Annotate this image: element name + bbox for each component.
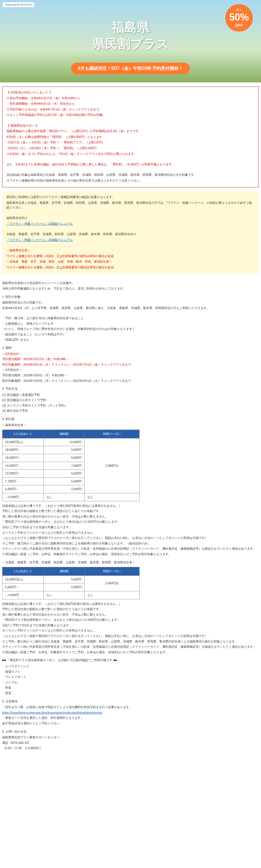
notice-heading2: 【 福島県在住の方へ 】 <box>7 123 254 128</box>
th-subsidy: 補助額 <box>44 430 85 438</box>
notice-heading1: 【 6月延長が決定いたしました 】 <box>7 90 254 95</box>
notice-line: ○5月27日（金）～6月3日（金）予約 ⇒ 「県民割プラス」（上限1万円） <box>7 140 254 145</box>
vaccine-target1: 福島県在住向け <box>6 216 255 221</box>
note: ※宿泊施設へ直接（ご予約・お申込、対象旅行サイトでご予約・お申込の場合、現地支払… <box>2 552 259 557</box>
s1-line: （ただし、団体グループ内に県外在住の方がいる場合、対象県内在住の方のみが対象とな… <box>2 327 259 332</box>
cell: ～4,999円 <box>2 493 44 501</box>
vaccine-req-h2: ＜北海道、青森、岩手、宮城、秋田、山形、茨城、栃木、群馬、新潟在住者＞ <box>6 259 255 264</box>
cell: なし <box>44 591 85 599</box>
th-subsidy: 補助額 <box>44 567 85 576</box>
s2-line: 予約受付期間：2022年5月27日（金）午前10時～ <box>2 357 259 362</box>
coupon-cell: 2,000円分 <box>85 438 140 493</box>
banner-title: 福島県 県民割プラス <box>0 19 261 52</box>
note: オンライン予約サイトのクーポンなどの割引との併用はできません。 <box>2 530 259 535</box>
vaccine-req-2: ワクチン接種が分かる書類（3回目）又は抗原検査等の陰性証明等の掲示が必須 <box>6 265 255 270</box>
cell: 10,000円 <box>44 438 85 446</box>
intro: 当館も割引対象施設となりますため、下記をご覧の上、是非ご利用をお待ちしております… <box>2 286 259 291</box>
notice-line: 6月4日（土）以降は他県同様の「県民割」（上限5,000円）となります。 <box>7 134 254 140</box>
notice-box: 【 6月延長が決定いたしました 】 ※宿泊予約開始：令和4年5月27日（金）午前… <box>2 87 259 187</box>
intro: 福島県在住者向けの宿泊割引キャンペーンを実施中。 <box>2 281 259 286</box>
vaccine-box: 県民割ご利用時には新型コロナワクチン接種証明書等の確認が必要となります。 福島県… <box>2 191 259 274</box>
section-2-heading: 2. 期間 <box>2 346 259 350</box>
vaccine-manual-link-other[interactable]: 「ワクチン・検査パッケージ」詳細版マニュアル <box>6 238 73 242</box>
note: 1回のご予約で3泊分までが支援の対象となります。 <box>2 525 259 530</box>
notice-line: ※ワクチン接種証明の内容が福島県在住者とその他の県在住者では異なりますのでご注意… <box>7 178 254 183</box>
s1-line: ・予約・購入時、また旅行当日に対象県内在住者であること <box>2 316 259 321</box>
subsidy-table-fukushima: 1人1泊あたり 補助額 特典クーポン 20,000円以上10,000円2,000… <box>2 430 140 501</box>
cell: 5,000円～ <box>2 583 44 591</box>
notice-line: 割引適用開始：令和4年6月1日（水）宿泊分から <box>7 101 254 106</box>
note: オンライン予約サイトのクーポンなどの割引との併用はできません。 <box>2 628 259 633</box>
cell: 2,500円 <box>44 485 85 493</box>
vaccine-req-h1: ＜福島県在住者＞ <box>6 248 255 253</box>
cell: 8,000円 <box>44 454 85 462</box>
facility: ・ブレイスポット <box>2 675 259 680</box>
s6-line: （9:30～17:30 土日祝対応） <box>2 746 259 751</box>
title-line2: 県民割プラス <box>92 36 169 51</box>
s1-line: 令和4年5月9日（月）より岩手県、宮城県、秋田県、山形県、新潟県に加え、北海道、… <box>2 306 259 311</box>
title-line1: 福島県 <box>112 20 149 34</box>
cell: 18,000円～ <box>2 446 44 454</box>
cell: 7,700円～ <box>2 477 44 485</box>
notice-line: ※6月3日（金）までに予約されたら、7月1日（金）チェックアウト分まで割引が受け… <box>7 152 254 157</box>
cell: 5,000円～ <box>2 485 44 493</box>
cell: 16,000円～ <box>2 454 44 462</box>
note: 添い寝や食事のみなど宿泊代金がかからない幼児・子供は人数に数えません。 <box>2 612 259 617</box>
section-4-heading: 4. 割引額 <box>2 417 259 422</box>
coupon-cell: 2,000円分 <box>85 576 140 591</box>
notice-line: 宿泊助成の対象は福島県及び北海道、青森県、岩手県、宮城県、秋田県、山形県、茨城県… <box>7 173 254 178</box>
cell: なし <box>44 493 85 501</box>
facility: ・展望カフェ <box>2 670 259 674</box>
th-coupon: 特典クーポン <box>85 430 140 438</box>
s1-line: ・国籍は問いません <box>2 337 259 342</box>
notice-line: ※宿泊予約開始：令和4年5月27日（金）午前10時から <box>7 96 254 101</box>
facility: ・メイプル <box>2 680 259 685</box>
section-1-heading: 1. 割引の対象 <box>2 294 259 300</box>
subsidy-table-other: 1人1泊あたり 補助額 特典クーポン 10,000円以上5,000円2,000円… <box>2 567 140 599</box>
s3-line: (1) 宿泊施設へ直接電話予約 <box>2 393 259 398</box>
cell: 12,000円～ <box>2 470 44 478</box>
facility: ・ヒバラダイニング <box>2 664 259 669</box>
s2-line: ＜5月宿泊分＞ <box>2 368 259 372</box>
note: 1回のご予約で3泊分までが支援の対象となります。 <box>2 623 259 628</box>
vaccine-target2: 北海道、青森県、岩手県、宮城県、秋田県、山形県、茨城県、栃木県、群馬県、新潟県在… <box>6 232 255 237</box>
cell: 5,000円 <box>44 576 85 583</box>
note: ※チェックイン時に代表者及び同伴者全員（子供を含む）の氏名・住所確認のため身分証… <box>2 644 259 649</box>
note: 「県民割プラス宿泊者特典クーポン」をおひとり様1泊あたり2,000円分お配りしま… <box>2 618 259 622</box>
cell: 10,000円以上 <box>2 576 44 583</box>
notice-line: ※予約可能となるのは、令和4年7月1日（金）チェックアウト分まで。 <box>7 107 254 112</box>
s3-line: (2) 宿泊施設の公式サイトで予約 <box>2 398 259 403</box>
s5-line: 必ず現地決済を選択のうえご予約ください。 <box>2 721 259 726</box>
th-price: 1人1泊あたり <box>2 430 44 438</box>
note: 添い寝や食事のみなど宿泊代金がかからない幼児・子供は人数に数えません。 <box>2 514 259 519</box>
note: 詳細金額は上記表の通りです。（おひとり様5,000円未満の宿泊には適用されません… <box>2 601 259 607</box>
cell: 9,000円 <box>44 446 85 454</box>
note: 詳細金額は上記表の通りです。（おひとり様5,000円未満の宿泊には適用されません… <box>2 503 259 508</box>
s5-line: ・割引を行う際、お客様ご自身で特設サイトより宿泊費割引申請手続きを行う必要があり… <box>2 705 259 710</box>
s6-line: 福島県県民割プラス事業サポートセンター <box>2 735 259 740</box>
staynavi-label: Supported by STAYNAVI <box>3 2 34 7</box>
vaccine-manual-link-fukushima[interactable]: 「ワクチン・検査パッケージ」詳細版マニュアル <box>6 222 73 225</box>
section-6-heading: 6. お問い合わせ先 <box>2 729 259 734</box>
cell: ～4,999円 <box>2 591 44 599</box>
s2-line: ＜6月宿泊分＞ <box>2 351 259 356</box>
hero-banner: Supported by STAYNAVI 最大 50% OFF 福島県 県民割… <box>0 0 261 83</box>
note: ※ご予約・購入時かつご旅行当日に福島県内在住者による福島県の旅行が対象となります… <box>2 541 259 546</box>
staynavi-campaign-link[interactable]: https://fukushima-pr.staynavi.direct/cam… <box>2 711 102 714</box>
cell: 2,500円 <box>44 583 85 591</box>
note: ※宿泊施設へ直接ご予約・お申込、対象旅行サイトでご予約・お申込の場合、現地支払い… <box>2 650 259 655</box>
note: 予約した宿泊代金の総額を人数で割った場合のひとりあたりの金額です。 <box>2 607 259 612</box>
cell: 14,000円～ <box>2 462 44 470</box>
facility: ・売店 <box>2 691 259 696</box>
cell: なし <box>85 493 140 501</box>
note: ※ご予約・購入時かつご旅行当日に北海道、青森県、岩手県、宮城県、秋田県、山形県、… <box>2 639 259 644</box>
notice-line: ○6月4日（土）～6月30日（木）予約 ⇒ 「県民割」（上限5,000円） <box>7 146 254 151</box>
s3-line: (4) 旅行会社で予約 <box>2 408 259 413</box>
note: 「県民割プラス宿泊者特典クーポン」をおひとり様1泊あたり2,000円分お配りしま… <box>2 520 259 524</box>
main-content: 福島県在住者向けの宿泊割引キャンペーンを実施中。 当館も割引対象施設となりますた… <box>0 278 261 754</box>
s1-line: ・人数制限なし、団体グループでも可 <box>2 321 259 326</box>
s6-line: 電話 : 0570-000-337 <box>2 741 259 745</box>
s4-sub1: ＜福島県在住者＞ <box>2 423 259 428</box>
cell: 6,000円 <box>44 470 85 478</box>
s2-line: 予約受付期間：2022年5月9日（月）午前10時～ <box>2 373 259 378</box>
